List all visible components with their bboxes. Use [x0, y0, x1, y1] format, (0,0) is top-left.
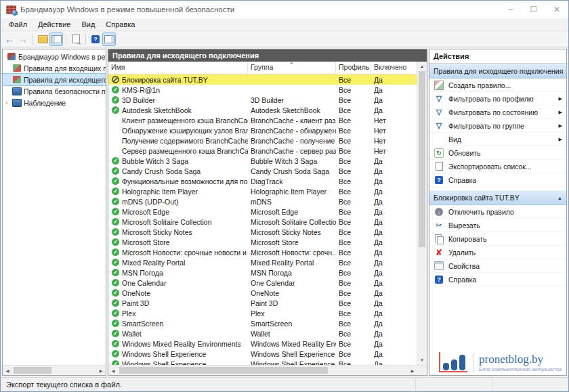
tree-item[interactable]: Брандмауэр Windows в режим	[3, 51, 106, 62]
rule-profile: Все	[336, 350, 371, 358]
inbound-rules-icon	[12, 64, 22, 72]
tree-horizontal-scrollbar[interactable]: ◀ ▶	[3, 365, 106, 375]
tree-item[interactable]: Правила для исходящего п...	[3, 74, 106, 85]
action-item[interactable]: Фильтровать по профилю	[429, 92, 566, 106]
scroll-thumb[interactable]	[119, 367, 328, 374]
up-folder-icon[interactable]	[37, 33, 49, 45]
table-row[interactable]: One Calendar One Calendar Все Да	[108, 278, 417, 288]
forward-icon[interactable]	[17, 33, 29, 45]
table-row[interactable]: Autodesk SketchBook Autodesk SketchBook …	[108, 105, 417, 115]
table-row[interactable]: Microsoft Новости: срочные новости и ...…	[108, 247, 417, 257]
scroll-left-icon[interactable]: ◀	[3, 366, 12, 375]
export-list-icon[interactable]	[70, 33, 82, 45]
minimize-button[interactable]: –	[499, 1, 522, 18]
table-row[interactable]: Windows Shell Experience Windows Shell E…	[108, 349, 417, 359]
show-action-pane-icon[interactable]	[103, 33, 115, 45]
scroll-left-icon[interactable]: ◀	[108, 366, 118, 375]
table-row[interactable]: Microsoft Sticky Notes Microsoft Sticky …	[108, 227, 417, 237]
watermark-tagline: Блог компьютерного энтузиаста	[479, 366, 562, 372]
action-item[interactable]: Справка	[429, 273, 566, 286]
rule-enabled: Да	[371, 299, 417, 307]
table-row[interactable]: Windows Shell Experience Windows Shell E…	[108, 359, 417, 365]
tree-item[interactable]: › Наблюдение	[3, 97, 106, 108]
rule-enabled: Да	[371, 228, 417, 236]
action-item[interactable]: Свойства	[429, 259, 566, 273]
table-row[interactable]: Сервер размещенного кэша BranchCa... Bra…	[108, 146, 417, 156]
table-row[interactable]: KMS-R@1n Все Да	[108, 85, 417, 95]
tree-item[interactable]: Правила для входящих под...	[3, 62, 106, 74]
list-vertical-scrollbar[interactable]: ▲ ▼	[417, 62, 427, 365]
scroll-right-icon[interactable]: ▶	[408, 366, 417, 375]
menu-item[interactable]: Вид	[76, 20, 100, 28]
column-header[interactable]: Включено	[371, 62, 417, 74]
action-item[interactable]: Фильтровать по состоянию	[429, 106, 566, 119]
menu-item[interactable]: Действие	[33, 20, 76, 28]
rule-enabled: Да	[371, 330, 417, 338]
rule-profile: Все	[336, 279, 371, 287]
action-item[interactable]: Обновить	[429, 146, 566, 160]
action-item[interactable]: Копировать	[429, 232, 566, 246]
table-row[interactable]: SmartScreen SmartScreen Все Да	[108, 318, 417, 328]
help-icon[interactable]	[89, 33, 102, 45]
show-tree-icon[interactable]	[50, 33, 62, 45]
column-header[interactable]: Профиль	[336, 62, 371, 74]
rule-name: Wallet	[122, 330, 142, 338]
actions-section-outbound-header[interactable]: Правила для исходящего подключения	[429, 64, 566, 79]
table-row[interactable]: Microsoft Store Microsoft Store Все Да	[108, 237, 417, 247]
rule-profile: Все	[336, 269, 371, 277]
rule-status-icon	[111, 258, 120, 267]
action-item[interactable]: Фильтровать по группе	[429, 119, 566, 133]
table-row[interactable]: Wallet Wallet Все Да	[108, 328, 417, 339]
scroll-right-icon[interactable]: ▶	[96, 366, 106, 375]
action-item[interactable]: Удалить	[429, 246, 566, 259]
table-row[interactable]: Обнаружение кэширующих узлов Bran... Bra…	[108, 125, 417, 135]
table-row[interactable]: Microsoft Edge Microsoft Edge Все Да	[108, 206, 417, 217]
tree-item[interactable]: Правила безопасности по...	[3, 85, 106, 97]
table-row[interactable]: mDNS (UDP-Out) mDNS Все Да	[108, 196, 417, 206]
rule-group: Autodesk SketchBook	[248, 106, 336, 114]
rule-profile: Все	[336, 218, 371, 226]
scroll-thumb[interactable]	[14, 367, 51, 374]
action-item[interactable]: Создать правило...	[429, 79, 566, 92]
table-row[interactable]: Клиент размещенного кэша BranchCac... Br…	[108, 115, 417, 125]
table-row[interactable]: OneNote OneNote Все Да	[108, 288, 417, 298]
table-row[interactable]: Windows Mixed Reality Environments Windo…	[108, 339, 417, 349]
action-item[interactable]: Отключить правило	[429, 205, 566, 219]
rule-status-icon	[111, 319, 120, 328]
rule-status-icon	[111, 278, 120, 287]
table-row[interactable]: Блокировка сайта TUT.BY Все Да	[108, 74, 417, 85]
action-item[interactable]: Справка	[429, 173, 566, 187]
rule-status-icon	[111, 197, 120, 206]
expander-icon[interactable]: ›	[5, 99, 10, 106]
scroll-up-icon[interactable]: ▲	[417, 62, 427, 71]
rule-name: SmartScreen	[122, 320, 163, 328]
column-header[interactable]: Группа	[248, 62, 336, 74]
menu-item[interactable]: Файл	[3, 20, 33, 28]
scroll-thumb[interactable]	[419, 71, 425, 247]
maximize-button[interactable]: ☐	[522, 1, 545, 18]
actions-section-rule-header[interactable]: Блокировка сайта TUT.BY	[429, 190, 566, 205]
table-row[interactable]: Plex Plex Все Да	[108, 308, 417, 318]
rule-group: mDNS	[248, 198, 336, 206]
table-row[interactable]: Mixed Reality Portal Mixed Reality Porta…	[108, 257, 417, 267]
table-row[interactable]: Функциональные возможности для по... Dia…	[108, 176, 417, 186]
table-row[interactable]: MSN Погода MSN Погода Все Да	[108, 267, 417, 278]
table-row[interactable]: 3D Builder 3D Builder Все Да	[108, 95, 417, 105]
table-row[interactable]: Bubble Witch 3 Saga Bubble Witch 3 Saga …	[108, 156, 417, 166]
column-header[interactable]: Имя	[108, 62, 248, 74]
table-row[interactable]: Holographic Item Player Holographic Item…	[108, 186, 417, 196]
table-row[interactable]: Paint 3D Paint 3D Все Да	[108, 298, 417, 308]
action-item[interactable]: Экспортировать список...	[429, 160, 566, 173]
table-row[interactable]: Microsoft Solitaire Collection Microsoft…	[108, 217, 417, 227]
scroll-down-icon[interactable]: ▼	[417, 355, 427, 365]
close-button[interactable]: ✕	[545, 1, 568, 18]
menu-item[interactable]: Справка	[100, 20, 140, 28]
rule-enabled: Да	[371, 218, 417, 226]
back-icon[interactable]	[3, 33, 16, 45]
action-item[interactable]: Вырезать	[429, 219, 566, 232]
table-row[interactable]: Получение содержимого BranchCache ... Br…	[108, 135, 417, 146]
rule-status-icon	[111, 146, 120, 155]
table-row[interactable]: Candy Crush Soda Saga Candy Crush Soda S…	[108, 166, 417, 176]
action-item[interactable]: Вид	[429, 133, 566, 146]
list-horizontal-scrollbar[interactable]: ◀ ▶	[108, 366, 417, 375]
